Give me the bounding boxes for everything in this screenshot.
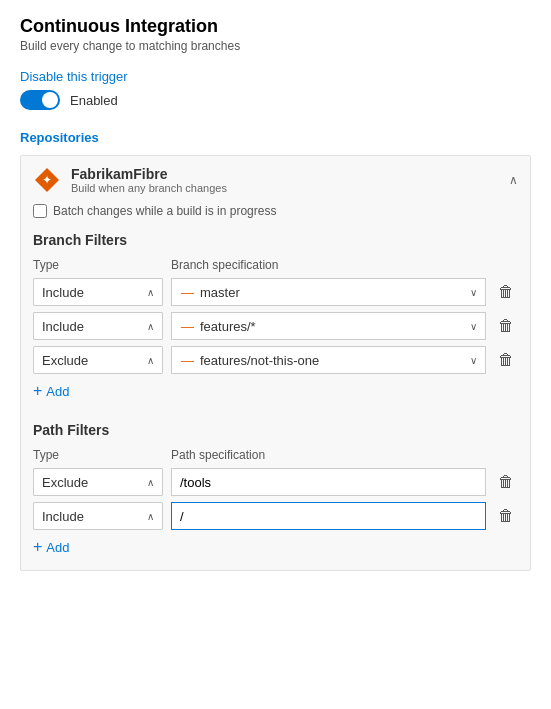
branch-icon-1: ⸻ (180, 284, 194, 300)
path-type-select-2[interactable]: Include ∧ (33, 502, 163, 530)
path-filters-section: Path Filters Type Path specification Exc… (33, 422, 518, 558)
repo-collapse-icon[interactable]: ∧ (509, 173, 518, 187)
path-filter-row-1: Exclude ∧ 🗑 (33, 468, 518, 496)
branch-type-arrow-1: ∧ (147, 287, 154, 298)
branch-spec-dropdown-1[interactable]: ⸻ master ∨ (171, 278, 486, 306)
branch-spec-arrow-1: ∨ (470, 287, 477, 298)
path-filters-title: Path Filters (33, 422, 518, 438)
branch-type-col-header: Type (33, 258, 163, 272)
branch-filter-row: Include ∧ ⸻ features/* ∨ 🗑 (33, 312, 518, 340)
batch-changes-label: Batch changes while a build is in progre… (53, 204, 276, 218)
branch-spec-value-3: features/not-this-one (200, 353, 319, 368)
path-add-label: Add (46, 540, 69, 555)
branch-spec-value-1: master (200, 285, 240, 300)
path-add-plus-icon: + (33, 538, 42, 556)
svg-text:✦: ✦ (42, 173, 52, 187)
branch-add-button[interactable]: + Add (33, 380, 69, 402)
branch-add-label: Add (46, 384, 69, 399)
branch-type-value-3: Exclude (42, 353, 88, 368)
branch-type-select-2[interactable]: Include ∧ (33, 312, 163, 340)
branch-spec-col-header: Branch specification (171, 258, 518, 272)
path-delete-btn-2[interactable]: 🗑 (494, 504, 518, 528)
repo-icon: ✦ (33, 166, 61, 194)
branch-delete-btn-3[interactable]: 🗑 (494, 348, 518, 372)
branch-filter-row: Exclude ∧ ⸻ features/not-this-one ∨ 🗑 (33, 346, 518, 374)
page-title: Continuous Integration (20, 16, 531, 37)
branch-delete-btn-1[interactable]: 🗑 (494, 280, 518, 304)
repo-desc: Build when any branch changes (71, 182, 499, 194)
path-type-value-2: Include (42, 509, 84, 524)
page-subtitle: Build every change to matching branches (20, 39, 531, 53)
branch-delete-btn-2[interactable]: 🗑 (494, 314, 518, 338)
branch-filters-title: Branch Filters (33, 232, 518, 248)
path-delete-btn-1[interactable]: 🗑 (494, 470, 518, 494)
path-type-select-1[interactable]: Exclude ∧ (33, 468, 163, 496)
branch-filter-row: Include ∧ ⸻ master ∨ 🗑 (33, 278, 518, 306)
branch-spec-dropdown-2[interactable]: ⸻ features/* ∨ (171, 312, 486, 340)
path-spec-input-2[interactable] (171, 502, 486, 530)
branch-type-select-3[interactable]: Exclude ∧ (33, 346, 163, 374)
branch-spec-dropdown-3[interactable]: ⸻ features/not-this-one ∨ (171, 346, 486, 374)
branch-add-plus-icon: + (33, 382, 42, 400)
branch-spec-arrow-3: ∨ (470, 355, 477, 366)
path-spec-input-1[interactable] (171, 468, 486, 496)
branch-icon-3: ⸻ (180, 352, 194, 368)
repositories-section-title: Repositories (20, 130, 531, 145)
branch-icon-2: ⸻ (180, 318, 194, 334)
branch-type-value-1: Include (42, 285, 84, 300)
repo-header[interactable]: ✦ FabrikamFibre Build when any branch ch… (21, 156, 530, 204)
branch-type-select-1[interactable]: Include ∧ (33, 278, 163, 306)
branch-type-value-2: Include (42, 319, 84, 334)
path-type-arrow-1: ∧ (147, 477, 154, 488)
batch-changes-checkbox[interactable] (33, 204, 47, 218)
repository-item: ✦ FabrikamFibre Build when any branch ch… (20, 155, 531, 571)
enabled-toggle[interactable] (20, 90, 60, 110)
toggle-label: Enabled (70, 93, 118, 108)
path-type-arrow-2: ∧ (147, 511, 154, 522)
path-type-value-1: Exclude (42, 475, 88, 490)
branch-spec-value-2: features/* (200, 319, 256, 334)
repo-name: FabrikamFibre (71, 166, 499, 182)
branch-type-arrow-3: ∧ (147, 355, 154, 366)
path-spec-col-header: Path specification (171, 448, 518, 462)
branch-filters-section: Branch Filters Type Branch specification… (33, 232, 518, 402)
path-type-col-header: Type (33, 448, 163, 462)
path-filter-row-2: Include ∧ 🗑 (33, 502, 518, 530)
disable-trigger-label: Disable this trigger (20, 69, 531, 84)
branch-type-arrow-2: ∧ (147, 321, 154, 332)
branch-spec-arrow-2: ∨ (470, 321, 477, 332)
path-add-button[interactable]: + Add (33, 536, 69, 558)
